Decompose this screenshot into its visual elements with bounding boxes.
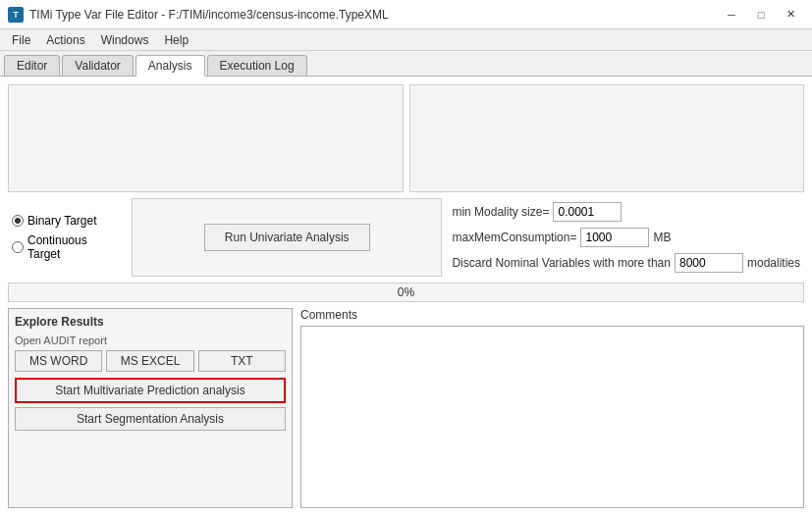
menu-file[interactable]: File <box>4 32 38 48</box>
menu-help[interactable]: Help <box>156 32 196 48</box>
tab-validator[interactable]: Validator <box>62 55 133 76</box>
progress-bar: 0% <box>8 283 804 302</box>
segmentation-button[interactable]: Start Segmentation Analysis <box>15 407 286 431</box>
right-panel <box>409 84 805 192</box>
app-icon: T <box>8 7 24 23</box>
min-modality-row: min Modality size= <box>452 202 800 222</box>
continuous-target-label: Continuous Target <box>27 233 122 261</box>
menu-bar: File Actions Windows Help <box>0 29 812 51</box>
title-bar-left: T TIMi Type Var File Editor - F:/TIMi/in… <box>8 7 389 23</box>
window-title: TIMi Type Var File Editor - F:/TIMi/inco… <box>29 8 389 22</box>
comments-box[interactable] <box>300 326 804 508</box>
max-mem-label: maxMemConsumption= <box>452 231 576 244</box>
params-section: min Modality size= maxMemConsumption= MB… <box>448 198 804 277</box>
tabs-bar: Editor Validator Analysis Execution Log <box>0 51 812 77</box>
continuous-target-option[interactable]: Continuous Target <box>12 233 122 261</box>
top-panels <box>8 84 804 192</box>
discard-unit: modalities <box>747 256 800 270</box>
ms-excel-button[interactable]: MS EXCEL <box>106 350 193 372</box>
min-modality-input[interactable] <box>553 202 622 222</box>
target-section: Binary Target Continuous Target <box>8 198 126 277</box>
maximize-button[interactable]: □ <box>747 5 775 25</box>
continuous-target-radio[interactable] <box>12 241 24 253</box>
audit-report-label: Open AUDIT report <box>15 335 286 346</box>
main-content: Binary Target Continuous Target Run Univ… <box>0 77 812 516</box>
audit-buttons-row: MS WORD MS EXCEL TXT <box>15 350 286 372</box>
binary-target-option[interactable]: Binary Target <box>12 214 122 228</box>
binary-target-radio[interactable] <box>12 215 24 227</box>
menu-windows[interactable]: Windows <box>93 32 157 48</box>
run-analysis-box: Run Univariate Analysis <box>132 198 442 277</box>
run-analysis-button[interactable]: Run Univariate Analysis <box>204 224 370 251</box>
left-panel <box>8 84 404 192</box>
bottom-section: Explore Results Open AUDIT report MS WOR… <box>8 308 804 508</box>
progress-text: 0% <box>398 285 414 299</box>
txt-button[interactable]: TXT <box>198 350 286 372</box>
comments-label: Comments <box>300 308 804 322</box>
menu-actions[interactable]: Actions <box>38 32 92 48</box>
discard-label: Discard Nominal Variables with more than <box>452 256 671 270</box>
max-mem-input[interactable] <box>580 228 649 247</box>
ms-word-button[interactable]: MS WORD <box>15 350 102 372</box>
max-mem-unit: MB <box>653 231 671 244</box>
max-mem-row: maxMemConsumption= MB <box>452 228 800 247</box>
binary-target-label: Binary Target <box>27 214 96 228</box>
tab-analysis[interactable]: Analysis <box>135 55 205 77</box>
explore-results-title: Explore Results <box>15 315 286 329</box>
explore-results-panel: Explore Results Open AUDIT report MS WOR… <box>8 308 293 508</box>
title-bar: T TIMi Type Var File Editor - F:/TIMi/in… <box>0 0 812 29</box>
tab-editor[interactable]: Editor <box>4 55 60 76</box>
window-controls: ─ □ ✕ <box>718 5 804 25</box>
multivariate-button[interactable]: Start Multivariate Prediction analysis <box>15 378 286 403</box>
discard-input[interactable] <box>675 253 743 273</box>
analysis-row: Binary Target Continuous Target Run Univ… <box>8 198 804 277</box>
comments-section: Comments <box>300 308 804 508</box>
min-modality-label: min Modality size= <box>452 205 549 219</box>
close-button[interactable]: ✕ <box>777 5 804 25</box>
minimize-button[interactable]: ─ <box>718 5 745 25</box>
discard-row: Discard Nominal Variables with more than… <box>452 253 800 273</box>
tab-execution-log[interactable]: Execution Log <box>207 55 307 76</box>
